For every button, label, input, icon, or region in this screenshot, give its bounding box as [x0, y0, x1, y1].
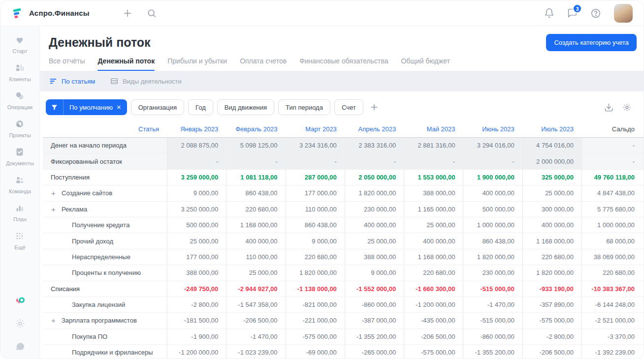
sidebar-item[interactable]: Старт [6, 34, 34, 54]
active-filter-chip[interactable]: По умолчанию × [46, 99, 127, 115]
cell-value: 5 098 125,00 [226, 138, 285, 153]
report-tab[interactable]: Денежный поток [97, 57, 155, 71]
cell-value: -6 144 248,00 [581, 297, 644, 312]
view-tab[interactable]: По статьям [49, 77, 95, 86]
expand-row-icon[interactable]: + [51, 316, 62, 325]
clients-icon [14, 62, 26, 74]
cell-value: 400 000,00 [522, 217, 581, 233]
cell-value: -69 000,00 [286, 345, 345, 359]
search-button[interactable] [147, 8, 157, 18]
row-label: Создание сайтов [62, 189, 112, 197]
table-row[interactable]: + Денег на начало периода 2 088 875,00 5… [43, 138, 644, 153]
cell-value: 177 000,00 [286, 185, 345, 201]
clear-filter-icon[interactable]: × [117, 103, 127, 111]
filter-chip[interactable]: Тип периода [278, 99, 330, 115]
brand-logo-icon [15, 296, 26, 306]
cell-value: 2 383 316,00 [345, 138, 404, 153]
sidebar-item[interactable]: Клиенты [6, 62, 34, 82]
sidebar-item[interactable]: Документы [6, 146, 34, 166]
cell-value: -435 000,00 [404, 313, 463, 328]
sidebar-item[interactable]: Проекты [6, 118, 34, 138]
report-tab[interactable]: Все отчёты [49, 57, 85, 71]
column-header[interactable]: Май 2023 [404, 121, 463, 137]
cell-value: 220 680,00 [286, 249, 345, 265]
table-row[interactable]: + Получение кредита 500 000,00 1 168 000… [43, 217, 644, 233]
table-row[interactable]: + Фиксированный остаток - - [43, 153, 644, 169]
column-header[interactable]: Июнь 2023 [463, 121, 522, 137]
create-new-button[interactable] [122, 8, 133, 19]
expand-row-icon[interactable]: + [51, 205, 62, 213]
filter-chip[interactable]: Год [188, 99, 213, 115]
column-header[interactable]: Февраль 2023 [226, 121, 285, 137]
cell-value: 860 438,00 [286, 217, 345, 233]
table-row[interactable]: + Подрядчики и фрилансеры -1 200 000,00 … [43, 345, 644, 359]
cell-value: 25 000,00 [522, 185, 581, 201]
table-row[interactable]: + Закупка лицензий -2 800,00 -1 547 358,… [43, 297, 644, 313]
sidebar-item[interactable]: Команда [6, 174, 34, 194]
cell-value: 230 000,00 [345, 202, 404, 217]
cell-value: - [463, 153, 522, 169]
add-filter-button[interactable] [369, 102, 379, 112]
user-avatar[interactable] [614, 4, 633, 23]
cell-value: 1 165 000,00 [404, 202, 463, 217]
cell-value: 388 000,00 [167, 265, 226, 280]
cell-value: 1 820 000,00 [522, 265, 581, 280]
table-row[interactable]: + Поступления 3 259 000,00 1 081 118,00 [43, 170, 644, 185]
cell-value: 68 000,00 [581, 233, 644, 248]
view-tab[interactable]: Виды деятельности [110, 77, 181, 86]
cell-value: -265 000,00 [345, 345, 404, 359]
table-row[interactable]: + Создание сайтов 9 000,00 860 438,00 [43, 185, 644, 201]
cell-value: 3 250 000,00 [167, 202, 226, 217]
table-row[interactable]: + Прочий доход 25 000,00 400 000,00 [43, 233, 644, 249]
column-header[interactable]: Январь 2023 [167, 121, 226, 137]
table-settings-button[interactable] [622, 103, 632, 112]
help-button[interactable] [590, 8, 601, 19]
row-label: Нераспределенные [72, 253, 130, 261]
view-switcher: По статьям Виды деятельности [40, 71, 644, 91]
settings-button[interactable] [15, 318, 26, 329]
cell-value: 400 000,00 [345, 217, 404, 233]
row-label: Проценты к получению [72, 269, 141, 276]
rows-icon [110, 77, 119, 86]
table-row[interactable]: + Покупка ПО -1 900,00 -1 470,00 [43, 329, 644, 345]
cell-value: - [345, 153, 404, 169]
cell-value: 3 294 016,00 [463, 138, 522, 153]
cell-value: 388 000,00 [345, 249, 404, 265]
column-header[interactable]: Март 2023 [286, 121, 345, 137]
table-row[interactable]: + Нераспределенные 177 000,00 110 000,00 [43, 249, 644, 265]
table-row[interactable]: + Проценты к получению 388 000,00 25 000… [43, 265, 644, 281]
expand-row-icon[interactable]: + [51, 189, 62, 197]
column-header[interactable]: Сальдо [581, 121, 644, 137]
cell-value: 220 680,00 [522, 249, 581, 265]
export-button[interactable] [604, 103, 613, 112]
report-tab[interactable]: Общий бюджет [401, 57, 450, 71]
cell-value: - [286, 153, 345, 169]
cell-value: 860 438,00 [463, 233, 522, 248]
cell-value: 25 000,00 [226, 265, 285, 280]
filter-chip[interactable]: Счет [334, 99, 363, 115]
table-row[interactable]: + Зарплата программистов -181 500,00 -20… [43, 313, 644, 329]
operations-icon [14, 90, 26, 102]
report-tab[interactable]: Прибыли и убытки [167, 57, 227, 71]
row-label: Подрядчики и фрилансеры [72, 349, 153, 356]
table-row[interactable]: + Реклама 3 250 000,00 220 680,00 [43, 202, 644, 217]
support-chat-button[interactable] [15, 341, 26, 352]
report-tab[interactable]: Финансовые обязательства [299, 57, 388, 71]
cell-value: 500 000,00 [167, 217, 226, 233]
row-label: Реклама [62, 206, 87, 213]
filter-chip[interactable]: Вид движения [217, 99, 274, 115]
filter-chip[interactable]: Организация [131, 99, 184, 115]
column-header[interactable]: Июль 2023 [522, 121, 581, 137]
column-header[interactable]: Статья [43, 121, 167, 137]
cell-value: 25 000,00 [167, 233, 226, 248]
table-row[interactable]: + Списания -249 750,00 -2 944 927,00 [43, 281, 644, 297]
notifications-button[interactable] [544, 8, 554, 18]
sidebar-item[interactable]: Операции [6, 90, 34, 110]
sidebar-item[interactable]: План [6, 202, 34, 222]
report-tab[interactable]: Оплата счетов [240, 57, 287, 71]
column-header[interactable]: Апрель 2023 [345, 121, 404, 137]
create-category-button[interactable]: Создать категорию учета [546, 34, 637, 51]
cell-value: 1 820 000,00 [463, 249, 522, 265]
sidebar-item[interactable]: Ещё [6, 230, 34, 250]
active-filter-label: По умолчанию [64, 104, 117, 111]
